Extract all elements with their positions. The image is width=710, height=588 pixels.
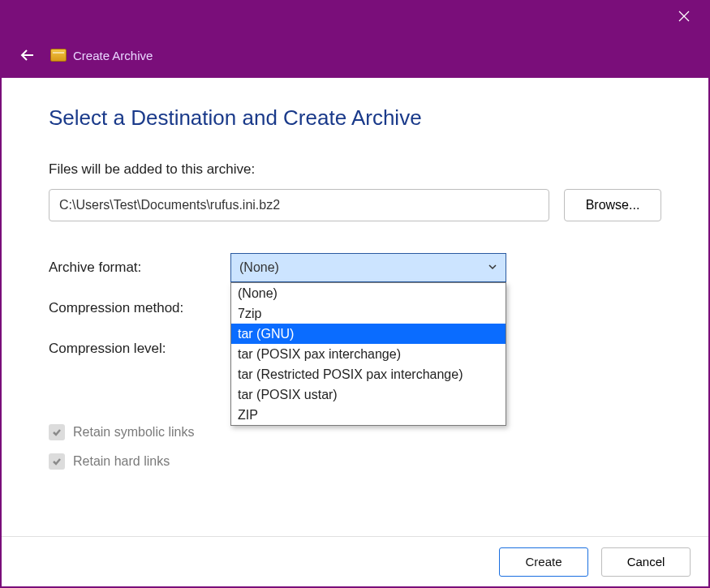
archive-format-combobox[interactable]: (None) — [230, 253, 506, 282]
retain-hard-label: Retain hard links — [73, 454, 170, 469]
check-icon — [52, 427, 62, 437]
format-option[interactable]: 7zip — [231, 303, 506, 324]
close-icon — [678, 11, 690, 22]
create-button[interactable]: Create — [499, 547, 588, 577]
format-option[interactable]: tar (GNU) — [231, 324, 506, 344]
retain-symbolic-label: Retain symbolic links — [73, 425, 194, 440]
dialog-body: Select a Destination and Create Archive … — [2, 78, 708, 536]
titlebar — [2, 0, 708, 32]
retain-hard-row: Retain hard links — [49, 447, 661, 476]
format-option[interactable]: tar (Restricted POSIX pax interchange) — [231, 364, 506, 384]
archive-path-input[interactable] — [49, 189, 549, 221]
format-option[interactable]: tar (POSIX ustar) — [231, 384, 506, 405]
format-label: Archive format: — [49, 260, 230, 276]
format-dropdown[interactable]: (None)7ziptar (GNU)tar (POSIX pax interc… — [230, 282, 506, 426]
app-title: Create Archive — [73, 49, 153, 62]
path-row: Browse... — [49, 189, 661, 221]
check-icon — [52, 457, 62, 466]
headerbar: Create Archive — [2, 32, 708, 78]
format-combo-wrap: (None) (None)7ziptar (GNU)tar (POSIX pax… — [230, 253, 506, 282]
retain-symbolic-checkbox[interactable] — [49, 424, 65, 440]
dialog-footer: Create Cancel — [2, 536, 708, 586]
format-row: Archive format: (None) (None)7ziptar (GN… — [49, 247, 661, 288]
chevron-down-icon — [488, 260, 497, 275]
window-close-button[interactable] — [666, 0, 702, 32]
archive-subheading: Files will be added to this archive: — [49, 161, 661, 178]
back-button[interactable] — [15, 42, 41, 68]
browse-button[interactable]: Browse... — [564, 189, 661, 221]
format-option[interactable]: (None) — [231, 283, 506, 303]
format-option[interactable]: ZIP — [231, 405, 506, 425]
page-title: Select a Destination and Create Archive — [49, 105, 661, 131]
back-arrow-icon — [19, 47, 36, 63]
cancel-button[interactable]: Cancel — [601, 547, 691, 577]
level-label: Compression level: — [49, 341, 230, 357]
retain-hard-checkbox[interactable] — [49, 453, 65, 470]
checkbox-group: Retain symbolic links Retain hard links — [49, 418, 661, 476]
create-archive-dialog: Create Archive Select a Destination and … — [0, 0, 710, 588]
app-icon — [50, 49, 67, 62]
format-option[interactable]: tar (POSIX pax interchange) — [231, 344, 506, 364]
method-label: Compression method: — [49, 300, 230, 316]
combo-selected-value: (None) — [239, 260, 279, 275]
